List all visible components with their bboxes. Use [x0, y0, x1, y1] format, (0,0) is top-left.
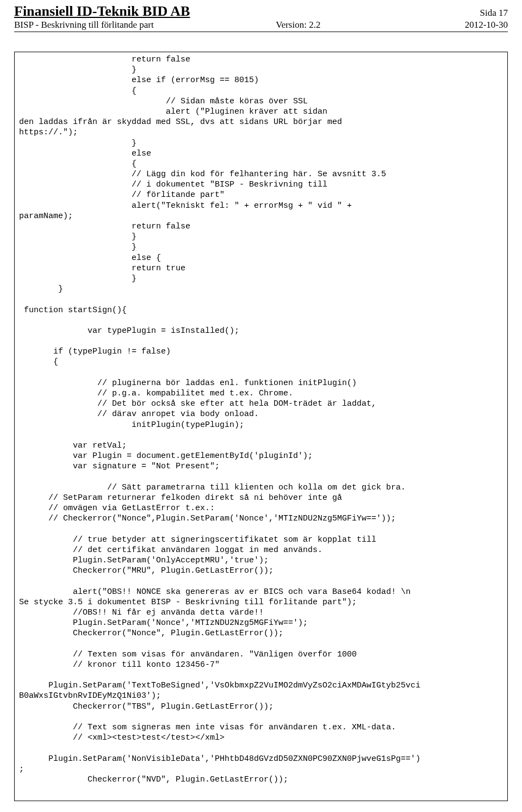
document-title: BISP - Beskrivning till förlitande part: [14, 20, 276, 30]
document-date: 2012-10-30: [424, 20, 508, 30]
company-name: Finansiell ID-Teknik BID AB: [14, 3, 190, 20]
code-block: return false } else if (errorMsg == 8015…: [14, 52, 508, 801]
header-row-1: Finansiell ID-Teknik BID AB Sida 17: [14, 3, 508, 20]
page-number: Sida 17: [480, 8, 508, 18]
header-row-2: BISP - Beskrivning till förlitande part …: [14, 20, 508, 32]
page-header: Finansiell ID-Teknik BID AB Sida 17 BISP…: [14, 0, 508, 32]
document-page: Finansiell ID-Teknik BID AB Sida 17 BISP…: [0, 0, 522, 812]
document-version: Version: 2.2: [276, 20, 424, 30]
